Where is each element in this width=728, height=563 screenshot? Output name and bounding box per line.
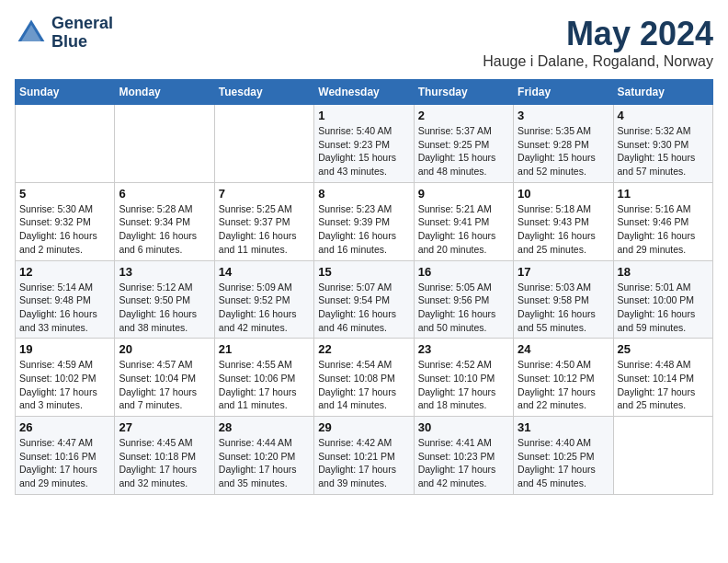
day-info: Sunrise: 5:37 AM Sunset: 9:25 PM Dayligh… — [418, 124, 509, 178]
calendar-cell: 14Sunrise: 5:09 AM Sunset: 9:52 PM Dayli… — [214, 260, 313, 339]
calendar-cell: 25Sunrise: 4:48 AM Sunset: 10:14 PM Dayl… — [613, 339, 712, 417]
calendar-table: SundayMondayTuesdayWednesdayThursdayFrid… — [15, 79, 713, 495]
calendar-cell: 31Sunrise: 4:40 AM Sunset: 10:25 PM Dayl… — [514, 417, 613, 495]
day-number: 13 — [119, 265, 210, 279]
calendar-cell — [613, 417, 712, 495]
day-info: Sunrise: 5:05 AM Sunset: 9:56 PM Dayligh… — [418, 281, 509, 335]
day-number: 8 — [318, 187, 409, 201]
day-info: Sunrise: 4:59 AM Sunset: 10:02 PM Daylig… — [19, 358, 110, 412]
day-number: 10 — [518, 187, 609, 201]
day-info: Sunrise: 4:41 AM Sunset: 10:23 PM Daylig… — [418, 436, 509, 490]
day-info: Sunrise: 4:57 AM Sunset: 10:04 PM Daylig… — [119, 358, 210, 412]
day-info: Sunrise: 5:12 AM Sunset: 9:50 PM Dayligh… — [119, 281, 210, 335]
logo-icon — [15, 17, 48, 50]
day-header-monday: Monday — [115, 80, 214, 105]
day-info: Sunrise: 5:25 AM Sunset: 9:37 PM Dayligh… — [219, 202, 310, 257]
day-info: Sunrise: 5:28 AM Sunset: 9:34 PM Dayligh… — [119, 202, 210, 257]
day-info: Sunrise: 5:16 AM Sunset: 9:46 PM Dayligh… — [618, 202, 709, 257]
day-number: 16 — [418, 265, 509, 279]
day-info: Sunrise: 4:45 AM Sunset: 10:18 PM Daylig… — [119, 436, 210, 490]
day-number: 23 — [418, 342, 509, 356]
calendar-cell: 7Sunrise: 5:25 AM Sunset: 9:37 PM Daylig… — [214, 182, 313, 260]
day-header-thursday: Thursday — [414, 80, 513, 105]
day-header-friday: Friday — [514, 80, 613, 105]
calendar-cell: 27Sunrise: 4:45 AM Sunset: 10:18 PM Dayl… — [115, 417, 214, 495]
calendar-cell: 3Sunrise: 5:35 AM Sunset: 9:28 PM Daylig… — [514, 105, 613, 183]
day-header-saturday: Saturday — [613, 80, 712, 105]
calendar-cell: 4Sunrise: 5:32 AM Sunset: 9:30 PM Daylig… — [613, 105, 712, 183]
day-number: 14 — [219, 265, 310, 279]
calendar-cell: 11Sunrise: 5:16 AM Sunset: 9:46 PM Dayli… — [613, 182, 712, 260]
day-number: 1 — [318, 109, 409, 122]
day-number: 25 — [618, 342, 709, 356]
day-number: 24 — [518, 342, 609, 356]
location: Hauge i Dalane, Rogaland, Norway — [483, 53, 713, 70]
calendar-cell: 12Sunrise: 5:14 AM Sunset: 9:48 PM Dayli… — [16, 260, 115, 339]
calendar-cell: 24Sunrise: 4:50 AM Sunset: 10:12 PM Dayl… — [514, 339, 613, 417]
day-info: Sunrise: 5:30 AM Sunset: 9:32 PM Dayligh… — [19, 202, 110, 257]
day-number: 4 — [618, 109, 709, 122]
day-info: Sunrise: 4:54 AM Sunset: 10:08 PM Daylig… — [318, 358, 409, 412]
calendar-cell: 20Sunrise: 4:57 AM Sunset: 10:04 PM Dayl… — [115, 339, 214, 417]
day-number: 19 — [19, 342, 110, 356]
day-number: 28 — [219, 420, 310, 434]
day-number: 22 — [318, 342, 409, 356]
day-info: Sunrise: 5:23 AM Sunset: 9:39 PM Dayligh… — [318, 202, 409, 257]
calendar-week-row: 12Sunrise: 5:14 AM Sunset: 9:48 PM Dayli… — [16, 260, 713, 339]
day-number: 27 — [119, 420, 210, 434]
day-info: Sunrise: 5:18 AM Sunset: 9:43 PM Dayligh… — [518, 202, 609, 257]
calendar-cell: 30Sunrise: 4:41 AM Sunset: 10:23 PM Dayl… — [414, 417, 513, 495]
day-number: 15 — [318, 265, 409, 279]
day-number: 30 — [418, 420, 509, 434]
logo: General Blue — [15, 15, 113, 52]
day-info: Sunrise: 4:48 AM Sunset: 10:14 PM Daylig… — [618, 358, 709, 412]
day-number: 6 — [119, 187, 210, 201]
day-number: 31 — [518, 420, 609, 434]
day-number: 11 — [618, 187, 709, 201]
calendar-cell: 18Sunrise: 5:01 AM Sunset: 10:00 PM Dayl… — [613, 260, 712, 339]
day-header-sunday: Sunday — [16, 80, 115, 105]
calendar-cell: 1Sunrise: 5:40 AM Sunset: 9:23 PM Daylig… — [314, 105, 414, 183]
day-info: Sunrise: 5:01 AM Sunset: 10:00 PM Daylig… — [618, 281, 709, 335]
calendar-cell: 28Sunrise: 4:44 AM Sunset: 10:20 PM Dayl… — [214, 417, 313, 495]
day-number: 20 — [119, 342, 210, 356]
calendar-header-row: SundayMondayTuesdayWednesdayThursdayFrid… — [16, 80, 713, 105]
calendar-cell: 21Sunrise: 4:55 AM Sunset: 10:06 PM Dayl… — [214, 339, 313, 417]
day-info: Sunrise: 5:32 AM Sunset: 9:30 PM Dayligh… — [618, 124, 709, 178]
day-header-tuesday: Tuesday — [214, 80, 313, 105]
calendar-cell: 8Sunrise: 5:23 AM Sunset: 9:39 PM Daylig… — [314, 182, 414, 260]
page-header: General Blue May 2024 Hauge i Dalane, Ro… — [15, 15, 713, 70]
day-info: Sunrise: 5:14 AM Sunset: 9:48 PM Dayligh… — [19, 281, 110, 335]
calendar-cell: 13Sunrise: 5:12 AM Sunset: 9:50 PM Dayli… — [115, 260, 214, 339]
calendar-cell: 5Sunrise: 5:30 AM Sunset: 9:32 PM Daylig… — [16, 182, 115, 260]
logo-text: General Blue — [51, 15, 113, 52]
day-number: 9 — [418, 187, 509, 201]
day-number: 3 — [518, 109, 609, 122]
day-number: 21 — [219, 342, 310, 356]
day-info: Sunrise: 5:21 AM Sunset: 9:41 PM Dayligh… — [418, 202, 509, 257]
day-number: 2 — [418, 109, 509, 122]
calendar-cell: 10Sunrise: 5:18 AM Sunset: 9:43 PM Dayli… — [514, 182, 613, 260]
calendar-week-row: 26Sunrise: 4:47 AM Sunset: 10:16 PM Dayl… — [16, 417, 713, 495]
calendar-cell: 9Sunrise: 5:21 AM Sunset: 9:41 PM Daylig… — [414, 182, 513, 260]
month-year: May 2024 — [483, 15, 713, 53]
day-info: Sunrise: 4:44 AM Sunset: 10:20 PM Daylig… — [219, 436, 310, 490]
day-number: 29 — [318, 420, 409, 434]
calendar-cell: 6Sunrise: 5:28 AM Sunset: 9:34 PM Daylig… — [115, 182, 214, 260]
day-number: 26 — [19, 420, 110, 434]
title-block: May 2024 Hauge i Dalane, Rogaland, Norwa… — [483, 15, 713, 70]
day-number: 18 — [618, 265, 709, 279]
day-info: Sunrise: 5:35 AM Sunset: 9:28 PM Dayligh… — [518, 124, 609, 178]
day-number: 12 — [19, 265, 110, 279]
calendar-week-row: 19Sunrise: 4:59 AM Sunset: 10:02 PM Dayl… — [16, 339, 713, 417]
calendar-cell — [115, 105, 214, 183]
calendar-cell: 23Sunrise: 4:52 AM Sunset: 10:10 PM Dayl… — [414, 339, 513, 417]
logo-line2: Blue — [51, 32, 87, 51]
calendar-week-row: 5Sunrise: 5:30 AM Sunset: 9:32 PM Daylig… — [16, 182, 713, 260]
calendar-week-row: 1Sunrise: 5:40 AM Sunset: 9:23 PM Daylig… — [16, 105, 713, 183]
day-info: Sunrise: 5:07 AM Sunset: 9:54 PM Dayligh… — [318, 281, 409, 335]
calendar-cell: 26Sunrise: 4:47 AM Sunset: 10:16 PM Dayl… — [16, 417, 115, 495]
day-info: Sunrise: 5:09 AM Sunset: 9:52 PM Dayligh… — [219, 281, 310, 335]
calendar-cell: 17Sunrise: 5:03 AM Sunset: 9:58 PM Dayli… — [514, 260, 613, 339]
calendar-cell: 15Sunrise: 5:07 AM Sunset: 9:54 PM Dayli… — [314, 260, 414, 339]
